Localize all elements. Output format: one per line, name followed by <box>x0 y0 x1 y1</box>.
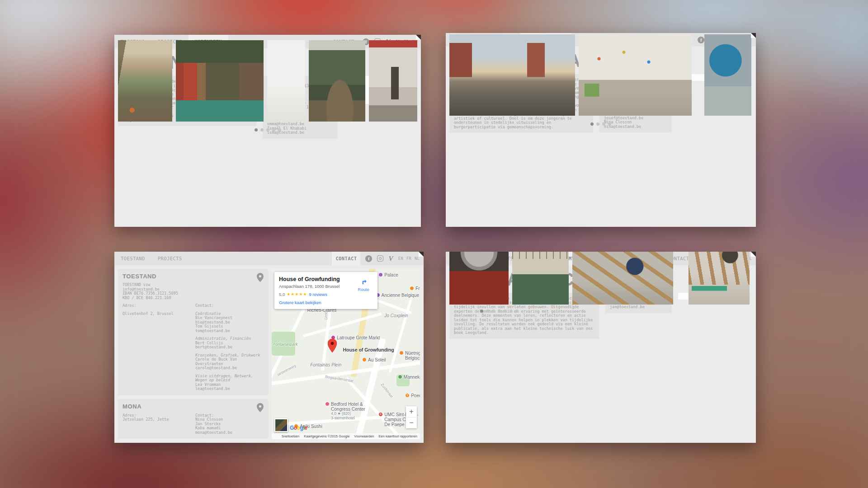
carousel-dot[interactable] <box>590 122 594 126</box>
carousel-photo[interactable] <box>579 34 692 116</box>
route-arrow-icon <box>359 277 368 286</box>
page-curl-icon <box>751 33 756 38</box>
carousel-photo[interactable] <box>449 252 509 305</box>
window-international: TOESTAND PROJECTS INTERNATIONAL CONTACT … <box>446 33 756 227</box>
carousel-dots <box>446 310 756 313</box>
section-mona: MONA Adres: Jetselaan 225, Jette Contact… <box>118 399 268 439</box>
poi-food-icon[interactable] <box>362 357 367 362</box>
carousel-dot[interactable] <box>602 122 605 126</box>
lang-nl[interactable]: NL <box>415 256 420 261</box>
location-pin-icon[interactable] <box>257 273 264 282</box>
contact-label: Contact: <box>195 304 264 308</box>
section-heading: TOESTAND <box>123 273 264 280</box>
page-curl-icon <box>419 252 424 257</box>
lang-fr[interactable]: FR <box>406 256 411 261</box>
nav-tab-toestand[interactable]: TOESTAND <box>114 252 151 265</box>
carousel-photo[interactable] <box>369 40 417 122</box>
park-label: Fontainaspark <box>273 342 297 347</box>
carousel-dot[interactable] <box>504 310 507 313</box>
zoom-in-button[interactable]: + <box>406 406 417 417</box>
map-destination-pin-icon[interactable] <box>328 339 337 352</box>
poi-label[interactable]: Poeche... <box>411 393 420 398</box>
section-heading: MONA <box>123 403 264 410</box>
carousel-dot[interactable] <box>272 128 275 131</box>
poi-label[interactable]: Manneken <box>404 375 420 380</box>
lang-en[interactable]: EN <box>398 256 403 261</box>
carousel-photo[interactable] <box>176 40 264 122</box>
address-value: Jetselaan 225, Jette <box>123 418 191 422</box>
carousel-dot[interactable] <box>266 128 269 131</box>
terms-link[interactable]: Voorwaarden <box>354 434 374 438</box>
poi-label[interactable]: Bedford Hotel & Congress Center4,0 ★ (82… <box>331 402 365 421</box>
zoom-out-button[interactable]: − <box>406 417 417 428</box>
poi-food-icon[interactable] <box>410 286 414 291</box>
poi-hospital-icon[interactable] <box>378 412 383 417</box>
poi-culture-icon[interactable] <box>378 272 383 277</box>
carousel-photo[interactable] <box>704 34 751 116</box>
carousel-photo[interactable] <box>118 40 172 122</box>
location-pin-icon[interactable] <box>257 403 264 412</box>
reviews-link[interactable]: 9 reviews <box>309 292 327 297</box>
facebook-icon[interactable] <box>365 255 372 262</box>
carousel-dot[interactable] <box>278 128 281 131</box>
poi-park-icon[interactable] <box>398 375 402 379</box>
poi-label[interactable]: Jo Coxplein <box>384 313 408 318</box>
page-curl-icon <box>751 252 756 257</box>
carousel-photo[interactable] <box>572 252 673 305</box>
map-imagery-thumbnail[interactable] <box>274 418 288 432</box>
carousel-dot[interactable] <box>608 122 611 126</box>
poi-label[interactable]: Fontainas Plein <box>310 362 341 367</box>
section-toestand: TOESTAND TOESTAND vzw info@toestand.be I… <box>118 269 268 395</box>
poi-label[interactable]: Ancienne Belgique <box>382 293 419 298</box>
carousel-dots <box>446 122 756 126</box>
instagram-icon[interactable] <box>377 255 383 262</box>
route-label: Route <box>358 287 369 292</box>
carousel-photo[interactable] <box>689 252 750 305</box>
role-label: Visie uitdragen, Netwerk, Wegen op belei… <box>195 374 264 383</box>
report-error-link[interactable]: Een kaartfout rapporteren <box>379 434 417 438</box>
place-title: House of Growfunding <box>279 276 354 282</box>
map-info-card: House of Growfunding Anspachlaan 178, 10… <box>274 272 377 309</box>
vimeo-icon[interactable] <box>388 255 393 262</box>
poi-hotel-icon[interactable] <box>325 402 330 406</box>
carousel-dot[interactable] <box>480 310 483 313</box>
place-address: Anspachlaan 178, 1000 Brussel <box>279 284 354 289</box>
shortcuts-link[interactable]: Sneltoetsen <box>282 434 300 438</box>
org-info: TOESTAND vzw info@toestand.be IBAN BE76.… <box>123 283 264 300</box>
map-data-text: Kaartgegevens ©2015 Google <box>304 434 349 438</box>
nav-contact-link[interactable]: CONTACT <box>332 252 360 265</box>
photo-carousel <box>449 34 752 116</box>
address-label: Adres: <box>123 304 191 308</box>
nav-tab-projects[interactable]: PROJECTS <box>151 252 189 265</box>
google-map[interactable]: Groot Eiland sesteenweg Bogaardenstraat … <box>272 269 420 439</box>
carousel-dot[interactable] <box>515 310 519 313</box>
carousel-dot[interactable] <box>596 122 599 126</box>
route-button[interactable]: Route <box>354 276 373 305</box>
poi-label[interactable]: Nüetnigenough Belgisch <box>405 351 420 361</box>
carousel-dot[interactable] <box>509 310 513 313</box>
poi-label[interactable]: Palace <box>384 272 398 277</box>
carousel-dot[interactable] <box>486 310 489 313</box>
poi-transit-icon[interactable] <box>405 393 410 398</box>
poi-label[interactable]: Au Soleil <box>368 357 386 362</box>
carousel-photo[interactable] <box>512 252 569 305</box>
carousel-photo[interactable] <box>309 40 365 122</box>
bigger-map-link[interactable]: Grotere kaart bekijken <box>279 300 354 305</box>
map-zoom-controls: + − <box>406 406 417 428</box>
carousel-dot[interactable] <box>492 310 495 313</box>
carousel-dot[interactable] <box>260 128 264 131</box>
role-people: Lea Vromman lea@toestand.be <box>195 383 264 391</box>
photo-carousel <box>118 40 417 122</box>
map-pin-label[interactable]: House of Growfunding <box>343 347 394 352</box>
google-logo: Google <box>290 425 307 431</box>
poi-label[interactable]: Frit <box>415 286 420 291</box>
carousel-photo[interactable] <box>449 34 575 116</box>
role-people: Bert Collijs bert@toestand.be <box>195 341 264 350</box>
window-contact: TOESTAND PROJECTS CONTACT EN FR NL TOEST… <box>114 252 424 443</box>
carousel-dot[interactable] <box>498 310 501 313</box>
poi-label[interactable]: Latroupe Grote Markt <box>337 335 380 340</box>
poi-food-icon[interactable] <box>399 351 404 355</box>
street-label: Zuidstraat <box>380 382 394 399</box>
carousel-photo[interactable] <box>267 40 305 122</box>
carousel-dot[interactable] <box>255 128 258 131</box>
